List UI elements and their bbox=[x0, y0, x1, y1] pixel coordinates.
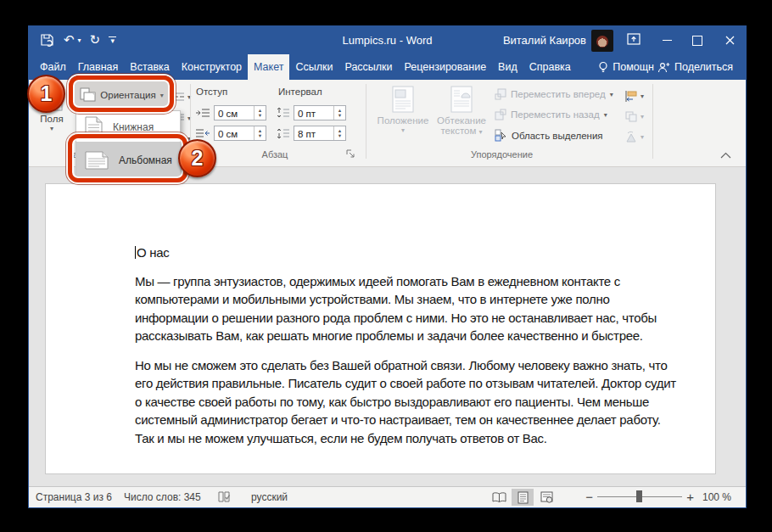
annotation-step-2: 2 bbox=[178, 139, 216, 177]
tab-design[interactable]: Конструктор bbox=[176, 54, 248, 80]
spinner[interactable]: ▲▼ bbox=[254, 106, 266, 120]
save-icon[interactable] bbox=[41, 33, 55, 47]
wrap-text-icon bbox=[450, 86, 473, 113]
indent-left-field[interactable]: 0 см▲▼ bbox=[195, 105, 266, 120]
breaks-button[interactable]: ▾ bbox=[173, 88, 199, 105]
status-bar: Страница 3 из 6 Число слов: 345 русский … bbox=[29, 486, 746, 507]
lightbulb-icon bbox=[598, 61, 608, 74]
spinner[interactable]: ▲▼ bbox=[254, 126, 266, 140]
language-indicator[interactable]: русский bbox=[251, 487, 288, 507]
position-icon bbox=[392, 86, 414, 113]
tab-review[interactable]: Рецензирование bbox=[399, 54, 493, 80]
account-name[interactable]: Виталий Каиров bbox=[503, 26, 586, 54]
tab-help[interactable]: Справка bbox=[523, 54, 577, 80]
document-area: О нас Мы — группа энтузиастов, одержимых… bbox=[29, 167, 746, 486]
quick-access-toolbar: ↶ ▾ ↻ ▾ bbox=[41, 31, 116, 48]
bring-forward-icon bbox=[495, 88, 506, 100]
ribbon-display-options-icon[interactable] bbox=[627, 33, 641, 45]
document-paragraph: Мы — группа энтузиастов, одержимых идеей… bbox=[135, 272, 682, 345]
collapse-ribbon-icon[interactable] bbox=[720, 152, 731, 159]
indent-right-icon bbox=[195, 127, 210, 139]
spacing-after-icon bbox=[277, 127, 290, 139]
close-button[interactable] bbox=[715, 26, 744, 54]
spacing-label: Интервал bbox=[278, 87, 322, 97]
annotation-box-orientation bbox=[69, 76, 174, 112]
annotation-box-landscape bbox=[68, 134, 187, 182]
zoom-level[interactable]: 100 % bbox=[702, 487, 731, 507]
wrap-text-button: Обтекание текстом ▾ bbox=[432, 86, 491, 136]
rotate-objects-button: ▾ bbox=[624, 128, 650, 145]
annotation-step-1: 1 bbox=[27, 75, 65, 113]
web-layout-button[interactable] bbox=[535, 489, 557, 506]
selection-pane-icon bbox=[495, 129, 507, 142]
zoom-slider-thumb[interactable] bbox=[636, 490, 642, 502]
send-backward-button: Переместить назад ▾ bbox=[495, 109, 607, 120]
document-page[interactable]: О нас Мы — группа энтузиастов, одержимых… bbox=[45, 183, 716, 474]
tab-view[interactable]: Вид bbox=[492, 54, 523, 80]
share-button[interactable]: Поделиться bbox=[657, 54, 733, 80]
redo-icon[interactable]: ↻ bbox=[90, 31, 101, 48]
zoom-slider[interactable] bbox=[597, 496, 682, 497]
word-window: ↶ ▾ ↻ ▾ Lumpics.ru - Word Виталий Каиров… bbox=[28, 25, 747, 508]
print-layout-button[interactable] bbox=[512, 489, 534, 506]
document-text: О нас Мы — группа энтузиастов, одержимых… bbox=[135, 244, 682, 458]
text-cursor bbox=[135, 246, 136, 259]
indent-label: Отступ bbox=[196, 87, 227, 97]
proofing-icon[interactable] bbox=[217, 490, 232, 511]
document-paragraph: Но мы не сможем это сделать без Вашей об… bbox=[135, 356, 682, 448]
indent-left-icon bbox=[195, 107, 210, 119]
word-count[interactable]: Число слов: 345 bbox=[124, 487, 201, 507]
undo-icon[interactable]: ↶ bbox=[64, 31, 75, 48]
zoom-in-button[interactable]: + bbox=[686, 487, 694, 507]
spinner[interactable]: ▲▼ bbox=[333, 126, 345, 140]
screenshot: { "window": { "title": "Lumpics.ru - Wor… bbox=[0, 0, 772, 532]
minimize-button[interactable] bbox=[652, 26, 681, 54]
send-backward-icon bbox=[495, 109, 506, 120]
document-heading: О нас bbox=[135, 244, 682, 262]
spacing-before-field[interactable]: 0 пт▲▼ bbox=[277, 105, 346, 120]
paragraph-dialog-launcher-icon[interactable] bbox=[346, 149, 356, 160]
read-mode-button[interactable] bbox=[488, 489, 510, 506]
spacing-before-icon bbox=[277, 107, 290, 119]
tab-references[interactable]: Ссылки bbox=[289, 54, 338, 80]
user-avatar[interactable] bbox=[591, 30, 613, 52]
spacing-after-field[interactable]: 8 пт▲▼ bbox=[277, 126, 346, 141]
tab-mailings[interactable]: Рассылки bbox=[338, 54, 398, 80]
selection-pane-button[interactable]: Область выделения bbox=[495, 129, 603, 142]
customize-qat-icon[interactable]: ▾ bbox=[109, 36, 116, 43]
person-plus-icon bbox=[657, 62, 670, 73]
paragraph-group-label: Абзац bbox=[241, 149, 309, 160]
tell-me-button[interactable]: Помощн bbox=[598, 54, 654, 80]
spinner[interactable]: ▲▼ bbox=[333, 106, 345, 120]
bring-forward-button: Переместить вперед ▾ bbox=[495, 88, 613, 100]
title-bar: ↶ ▾ ↻ ▾ Lumpics.ru - Word Виталий Каиров bbox=[29, 26, 746, 54]
tab-layout[interactable]: Макет bbox=[248, 54, 289, 80]
maximize-button[interactable] bbox=[683, 26, 712, 54]
position-button: Положение ▾ bbox=[377, 86, 429, 134]
indent-right-field[interactable]: 0 см▲▼ bbox=[195, 126, 266, 141]
page-indicator[interactable]: Страница 3 из 6 bbox=[36, 487, 112, 507]
arrange-group-label: Упорядочение bbox=[453, 149, 551, 160]
undo-dropdown-arrow[interactable]: ▾ bbox=[78, 36, 81, 44]
zoom-out-button[interactable]: − bbox=[585, 487, 593, 507]
align-objects-button[interactable]: ▾ bbox=[624, 87, 650, 104]
group-objects-button: ▾ bbox=[624, 108, 650, 125]
